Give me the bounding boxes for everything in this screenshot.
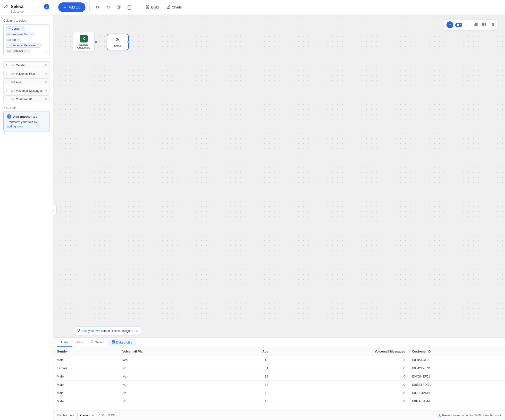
th-voicemail-plan: Voicemail Plan [119,347,225,356]
build-button[interactable]: Build [143,4,161,11]
svg-rect-15 [492,23,494,25]
connector-line [95,41,107,43]
th-voicemail-messages: Voicemail Messages [272,347,409,356]
col-remove-5[interactable]: ✕ [45,97,48,101]
tag-customer-id-type-icon: abc [7,50,11,52]
th-customer-id: Customer ID [409,347,505,356]
tag-customer-id[interactable]: abc Customer ID × [6,49,31,53]
chevron-down-button[interactable]: ⌄ [45,49,48,53]
excel-node[interactable]: X SampleCustomers [73,32,95,52]
preview-select[interactable]: Preview All rows [77,413,96,418]
columns-select-box[interactable]: abc Gender × abc Voicemail Plan × 123 Ag… [3,24,50,55]
tag-voicemail-plan-type-icon: abc [7,33,11,35]
table-cell: 12 [225,389,272,397]
table-cell: Male [53,372,119,381]
charts-button[interactable]: Charts [164,4,184,11]
connect-icon: ↔ [466,23,469,27]
tag-gender[interactable]: abc Gender × [6,26,25,31]
tag-voicemail-messages[interactable]: 123 Voicemail Messages × [6,43,41,48]
tag-gender-label: Gender [12,27,21,30]
charts-icon [167,5,170,10]
table-cell: 0 [272,381,409,389]
column-item-3: 3 123 Age ✕ [3,78,50,86]
table-cell: Male [53,381,119,389]
connector-dash [97,42,107,42]
tab-stats[interactable]: Stats [72,338,87,347]
col-remove-2[interactable]: ✕ [45,72,48,76]
table-cell: No [119,389,225,397]
undo-button[interactable]: ↺ [93,3,101,11]
canvas-chart-button[interactable] [472,22,479,28]
th-gender: Gender [53,347,119,356]
canvas-table-button[interactable] [481,22,487,28]
column-item-1: 1 abc Gender ✕ [3,61,50,69]
col-remove-4[interactable]: ✕ [45,89,48,92]
undo-icon: ↺ [96,5,99,10]
canvas-node-type-dropdown[interactable]: ▾ [455,23,462,27]
col-type-icon-4: 123 [11,89,15,92]
svg-rect-10 [477,23,477,26]
select-node[interactable]: Select [107,34,129,50]
tag-voicemail-plan[interactable]: abc Voicemail Plan × [6,32,34,36]
canvas-delete-button[interactable] [491,22,495,27]
insight-close-button[interactable]: × [136,329,138,333]
tab-data-profile[interactable]: Data profile [109,339,135,346]
col-name-5: Customer ID [16,98,45,101]
next-step-label: Next step [3,106,50,109]
tag-voicemail-plan-close[interactable]: × [30,33,32,36]
bottom-bar: Display rows: Preview All rows 100 of 3,… [53,411,505,420]
tag-gender-close[interactable]: × [22,27,23,30]
col-remove-1[interactable]: ✕ [45,63,48,67]
left-panel: Select ? Select tool Columns to select* … [0,0,53,420]
redo-button[interactable]: ↻ [104,3,112,11]
table-cell: Male [53,356,119,364]
canvas-add-button[interactable]: + [446,21,453,28]
table-header-row: Gender Voicemail Plan Age Voicemail Mess… [53,347,505,356]
add-tool-button[interactable]: ＋ Add tool [58,2,85,12]
panel-header: Select ? Select tool [0,0,53,16]
insight-link[interactable]: Use your own [82,329,100,333]
col-remove-3[interactable]: ✕ [45,80,48,84]
edit-icon [4,4,9,9]
node-type-chevron-icon: ▾ [460,24,461,26]
tag-age-close[interactable]: × [18,38,19,41]
insight-banner: Use your own data to discover insights. … [73,327,142,335]
top-toolbar: ＋ Add tool ↺ ↻ 🗐 📋 Build [53,0,505,15]
copy-button[interactable]: 🗐 [115,3,123,11]
toolbar-separator-2 [138,4,138,11]
table-row: MaleNo130ID84A37E44 [53,397,505,405]
svg-line-22 [93,342,94,343]
adding-tools-link[interactable]: adding tools [7,125,23,128]
next-step-desc-text: Transform your data by [7,120,37,124]
select-node-label: Select [114,44,122,47]
tag-voicemail-messages-label: Voicemail Messages [12,44,36,47]
columns-label: Columns to select* [3,19,50,22]
tag-age[interactable]: 123 Age × [6,38,21,42]
canvas-area[interactable]: + ▾ ↔ [53,15,505,337]
table-row: MaleNo120IDDD842DBB [53,389,505,397]
data-profile-icon [112,340,115,344]
table-row: MaleYes4833IDF8A6CF92 [53,356,505,364]
select-tab-icon [91,340,94,344]
help-button[interactable]: ? [44,4,49,9]
table-cell: 0 [272,372,409,381]
main-area: ＋ Add tool ↺ ↻ 🗐 📋 Build [53,0,505,420]
tag-customer-id-label: Customer ID [12,50,27,52]
tag-age-type-icon: 123 [7,39,11,41]
tag-voicemail-messages-close[interactable]: × [37,44,39,47]
connector-dot-left [95,41,97,43]
panel-subtitle: Select tool [11,10,49,13]
table-cell: ID84A37E44 [409,397,505,405]
tab-data[interactable]: Data [57,338,72,347]
canvas-connect-button[interactable]: ↔ [464,22,471,28]
tab-select[interactable]: Select [87,338,108,347]
insight-text-mid: data to discover insights. [101,329,133,333]
column-item-2: 2 abc Voicemail Plan ✕ [3,70,50,77]
collapse-panel-button[interactable]: ‹ [51,205,57,215]
tag-voicemail-plan-label: Voicemail Plan [12,33,29,36]
svg-rect-7 [169,6,170,8]
charts-label: Charts [172,5,182,9]
tag-customer-id-close[interactable]: × [28,50,29,52]
delete-icon [491,22,495,27]
paste-button[interactable]: 📋 [126,3,133,11]
